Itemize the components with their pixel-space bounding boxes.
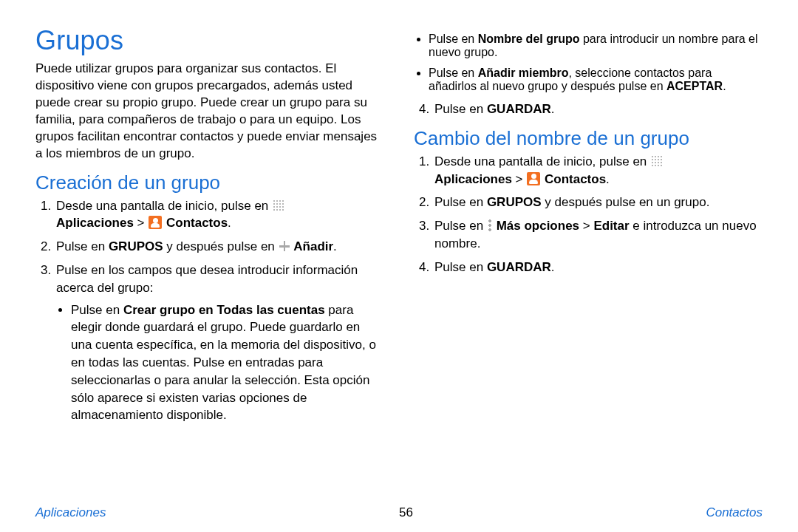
page-title: Grupos [35, 25, 384, 56]
rename-group-steps: Desde una pantalla de inicio, pulse en A… [414, 153, 763, 276]
plus-icon [279, 241, 290, 251]
apps-label: Aplicaciones [434, 172, 512, 186]
two-column-layout: Grupos Puede utilizar grupos para organi… [35, 25, 763, 483]
accept-label: ACEPTAR [666, 80, 723, 92]
text: y después pulse en [163, 239, 279, 253]
create-group-steps: Desde una pantalla de inicio, pulse en A… [35, 197, 384, 425]
breadcrumb-sep: > [512, 172, 526, 186]
save-label: GUARDAR [487, 102, 551, 116]
bold-text: Nombre del grupo [478, 33, 580, 45]
breadcrumb-sep: > [579, 219, 593, 233]
create-sub-1: Pulse en Crear grupo en Todas las cuenta… [71, 301, 384, 425]
create-sub-3: Pulse en Añadir miembro, seleccione cont… [429, 66, 763, 93]
create-sub-2: Pulse en Nombre del grupo para introduci… [429, 33, 763, 59]
heading-rename-group: Cambio del nombre de un grupo [414, 127, 763, 150]
apps-grid-icon [651, 155, 663, 167]
contacts-icon [527, 172, 540, 185]
contacts-icon [149, 216, 162, 229]
create-step-3: Pulse en los campos que desea introducir… [55, 262, 384, 424]
text: . [551, 102, 555, 116]
manual-page: Grupos Puede utilizar grupos para organi… [0, 0, 798, 532]
column-left: Grupos Puede utilizar grupos para organi… [35, 25, 384, 483]
heading-create-group: Creación de un grupo [35, 171, 384, 194]
footer-page-number: 56 [399, 505, 413, 520]
groups-label: GRUPOS [487, 195, 542, 209]
text: Desde una pantalla de inicio, pulse en [434, 154, 650, 168]
footer-section-right: Contactos [706, 505, 763, 520]
create-step-2: Pulse en GRUPOS y después pulse en Añadi… [55, 238, 384, 256]
text: para elegir donde guardará el grupo. Pue… [71, 303, 376, 423]
add-label: Añadir [293, 239, 333, 253]
contacts-label: Contactos [166, 216, 228, 230]
bold-text: Crear grupo en Todas las cuentas [123, 303, 325, 317]
text: Pulse en [71, 303, 123, 317]
rename-step-4: Pulse en GUARDAR. [433, 259, 763, 276]
apps-label: Aplicaciones [56, 216, 134, 230]
rename-step-2: Pulse en GRUPOS y después pulse en un gr… [433, 194, 763, 211]
page-footer: Aplicaciones 56 Contactos [35, 505, 763, 520]
groups-label: GRUPOS [109, 239, 163, 253]
text: . [228, 216, 231, 230]
create-sublist: Pulse en Crear grupo en Todas las cuenta… [56, 301, 384, 425]
text: Pulse en [56, 239, 109, 253]
create-step-4: Pulse en GUARDAR. [433, 100, 763, 118]
bold-text: Añadir miembro [478, 66, 569, 79]
create-sublist-cont: Pulse en Nombre del grupo para introduci… [414, 33, 763, 93]
edit-label: Editar [593, 219, 629, 233]
more-options-label: Más opciones [497, 219, 579, 233]
text: Pulse en [429, 33, 478, 45]
intro-text: Puede utilizar grupos para organizar sus… [35, 61, 384, 163]
text: . [333, 239, 337, 253]
footer-section-left: Aplicaciones [35, 505, 106, 520]
text: Desde una pantalla de inicio, pulse en [56, 199, 272, 213]
text: Pulse en los campos que desea introducir… [56, 263, 358, 295]
text: Pulse en [434, 195, 487, 209]
column-right: Pulse en Nombre del grupo para introduci… [414, 25, 763, 483]
create-step-1: Desde una pantalla de inicio, pulse en A… [55, 197, 384, 233]
text: Pulse en [429, 66, 478, 79]
text: . [606, 172, 610, 186]
rename-step-3: Pulse en Más opciones > Editar e introdu… [433, 217, 763, 253]
apps-grid-icon [273, 200, 284, 211]
text: Pulse en [434, 219, 487, 233]
save-label: GUARDAR [487, 260, 551, 274]
text: Pulse en [434, 102, 487, 116]
text: . [551, 260, 555, 274]
text: . [723, 80, 726, 92]
text: y después pulse en un grupo. [542, 195, 710, 209]
text: Pulse en [434, 260, 487, 274]
rename-step-1: Desde una pantalla de inicio, pulse en A… [433, 153, 763, 188]
contacts-label: Contactos [545, 172, 606, 186]
create-group-steps-cont: Pulse en GUARDAR. [414, 100, 763, 118]
breadcrumb-sep: > [134, 216, 148, 230]
more-options-icon [488, 219, 491, 231]
